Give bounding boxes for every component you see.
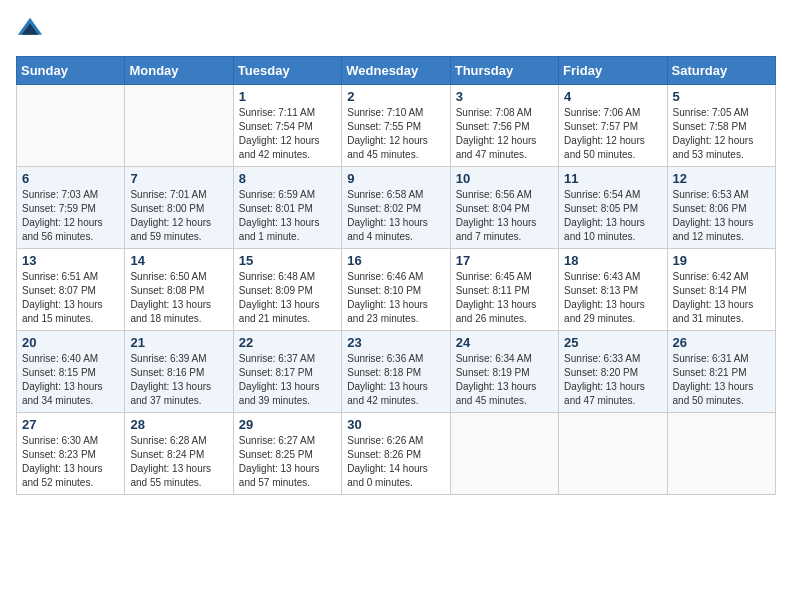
day-number: 8 <box>239 171 336 186</box>
day-number: 22 <box>239 335 336 350</box>
calendar-cell <box>125 85 233 167</box>
calendar-cell: 28 Sunrise: 6:28 AMSunset: 8:24 PMDaylig… <box>125 413 233 495</box>
calendar-cell: 16 Sunrise: 6:46 AMSunset: 8:10 PMDaylig… <box>342 249 450 331</box>
day-number: 17 <box>456 253 553 268</box>
logo-icon <box>16 16 44 44</box>
page-header <box>16 16 776 44</box>
day-info: Sunrise: 6:58 AMSunset: 8:02 PMDaylight:… <box>347 189 428 242</box>
calendar-cell: 17 Sunrise: 6:45 AMSunset: 8:11 PMDaylig… <box>450 249 558 331</box>
calendar-cell <box>17 85 125 167</box>
calendar-week-row: 27 Sunrise: 6:30 AMSunset: 8:23 PMDaylig… <box>17 413 776 495</box>
day-number: 5 <box>673 89 770 104</box>
day-info: Sunrise: 6:33 AMSunset: 8:20 PMDaylight:… <box>564 353 645 406</box>
calendar-cell: 27 Sunrise: 6:30 AMSunset: 8:23 PMDaylig… <box>17 413 125 495</box>
calendar-cell: 15 Sunrise: 6:48 AMSunset: 8:09 PMDaylig… <box>233 249 341 331</box>
weekday-header: Saturday <box>667 57 775 85</box>
calendar-cell <box>667 413 775 495</box>
day-number: 19 <box>673 253 770 268</box>
calendar-cell: 22 Sunrise: 6:37 AMSunset: 8:17 PMDaylig… <box>233 331 341 413</box>
day-number: 28 <box>130 417 227 432</box>
calendar-cell: 29 Sunrise: 6:27 AMSunset: 8:25 PMDaylig… <box>233 413 341 495</box>
day-number: 7 <box>130 171 227 186</box>
calendar-cell: 18 Sunrise: 6:43 AMSunset: 8:13 PMDaylig… <box>559 249 667 331</box>
calendar-cell: 10 Sunrise: 6:56 AMSunset: 8:04 PMDaylig… <box>450 167 558 249</box>
calendar-week-row: 20 Sunrise: 6:40 AMSunset: 8:15 PMDaylig… <box>17 331 776 413</box>
calendar-cell: 25 Sunrise: 6:33 AMSunset: 8:20 PMDaylig… <box>559 331 667 413</box>
calendar-cell: 7 Sunrise: 7:01 AMSunset: 8:00 PMDayligh… <box>125 167 233 249</box>
day-info: Sunrise: 6:59 AMSunset: 8:01 PMDaylight:… <box>239 189 320 242</box>
day-info: Sunrise: 6:28 AMSunset: 8:24 PMDaylight:… <box>130 435 211 488</box>
day-info: Sunrise: 6:56 AMSunset: 8:04 PMDaylight:… <box>456 189 537 242</box>
calendar-cell: 12 Sunrise: 6:53 AMSunset: 8:06 PMDaylig… <box>667 167 775 249</box>
day-number: 11 <box>564 171 661 186</box>
day-info: Sunrise: 6:34 AMSunset: 8:19 PMDaylight:… <box>456 353 537 406</box>
calendar-cell: 8 Sunrise: 6:59 AMSunset: 8:01 PMDayligh… <box>233 167 341 249</box>
day-info: Sunrise: 6:40 AMSunset: 8:15 PMDaylight:… <box>22 353 103 406</box>
calendar-cell: 23 Sunrise: 6:36 AMSunset: 8:18 PMDaylig… <box>342 331 450 413</box>
day-info: Sunrise: 7:11 AMSunset: 7:54 PMDaylight:… <box>239 107 320 160</box>
day-info: Sunrise: 6:36 AMSunset: 8:18 PMDaylight:… <box>347 353 428 406</box>
day-number: 9 <box>347 171 444 186</box>
calendar-cell: 30 Sunrise: 6:26 AMSunset: 8:26 PMDaylig… <box>342 413 450 495</box>
day-info: Sunrise: 6:45 AMSunset: 8:11 PMDaylight:… <box>456 271 537 324</box>
weekday-header: Wednesday <box>342 57 450 85</box>
day-info: Sunrise: 7:06 AMSunset: 7:57 PMDaylight:… <box>564 107 645 160</box>
day-info: Sunrise: 7:05 AMSunset: 7:58 PMDaylight:… <box>673 107 754 160</box>
day-number: 13 <box>22 253 119 268</box>
day-number: 3 <box>456 89 553 104</box>
calendar-cell: 6 Sunrise: 7:03 AMSunset: 7:59 PMDayligh… <box>17 167 125 249</box>
day-info: Sunrise: 6:48 AMSunset: 8:09 PMDaylight:… <box>239 271 320 324</box>
calendar-week-row: 6 Sunrise: 7:03 AMSunset: 7:59 PMDayligh… <box>17 167 776 249</box>
weekday-header: Tuesday <box>233 57 341 85</box>
day-number: 25 <box>564 335 661 350</box>
weekday-header: Friday <box>559 57 667 85</box>
calendar-header-row: SundayMondayTuesdayWednesdayThursdayFrid… <box>17 57 776 85</box>
day-number: 23 <box>347 335 444 350</box>
day-info: Sunrise: 6:50 AMSunset: 8:08 PMDaylight:… <box>130 271 211 324</box>
day-number: 27 <box>22 417 119 432</box>
calendar-cell: 26 Sunrise: 6:31 AMSunset: 8:21 PMDaylig… <box>667 331 775 413</box>
day-number: 26 <box>673 335 770 350</box>
calendar-cell: 14 Sunrise: 6:50 AMSunset: 8:08 PMDaylig… <box>125 249 233 331</box>
day-info: Sunrise: 6:46 AMSunset: 8:10 PMDaylight:… <box>347 271 428 324</box>
calendar-cell: 19 Sunrise: 6:42 AMSunset: 8:14 PMDaylig… <box>667 249 775 331</box>
day-info: Sunrise: 6:51 AMSunset: 8:07 PMDaylight:… <box>22 271 103 324</box>
day-number: 20 <box>22 335 119 350</box>
day-number: 6 <box>22 171 119 186</box>
day-number: 24 <box>456 335 553 350</box>
calendar-cell: 13 Sunrise: 6:51 AMSunset: 8:07 PMDaylig… <box>17 249 125 331</box>
day-info: Sunrise: 6:30 AMSunset: 8:23 PMDaylight:… <box>22 435 103 488</box>
calendar-cell: 1 Sunrise: 7:11 AMSunset: 7:54 PMDayligh… <box>233 85 341 167</box>
day-info: Sunrise: 6:27 AMSunset: 8:25 PMDaylight:… <box>239 435 320 488</box>
calendar-cell: 11 Sunrise: 6:54 AMSunset: 8:05 PMDaylig… <box>559 167 667 249</box>
day-info: Sunrise: 6:26 AMSunset: 8:26 PMDaylight:… <box>347 435 428 488</box>
day-number: 21 <box>130 335 227 350</box>
day-info: Sunrise: 6:39 AMSunset: 8:16 PMDaylight:… <box>130 353 211 406</box>
day-info: Sunrise: 6:42 AMSunset: 8:14 PMDaylight:… <box>673 271 754 324</box>
calendar-cell: 20 Sunrise: 6:40 AMSunset: 8:15 PMDaylig… <box>17 331 125 413</box>
day-info: Sunrise: 6:54 AMSunset: 8:05 PMDaylight:… <box>564 189 645 242</box>
day-info: Sunrise: 7:03 AMSunset: 7:59 PMDaylight:… <box>22 189 103 242</box>
day-info: Sunrise: 6:37 AMSunset: 8:17 PMDaylight:… <box>239 353 320 406</box>
weekday-header: Thursday <box>450 57 558 85</box>
day-number: 29 <box>239 417 336 432</box>
calendar-week-row: 1 Sunrise: 7:11 AMSunset: 7:54 PMDayligh… <box>17 85 776 167</box>
calendar-cell: 4 Sunrise: 7:06 AMSunset: 7:57 PMDayligh… <box>559 85 667 167</box>
day-number: 16 <box>347 253 444 268</box>
calendar-week-row: 13 Sunrise: 6:51 AMSunset: 8:07 PMDaylig… <box>17 249 776 331</box>
day-info: Sunrise: 6:43 AMSunset: 8:13 PMDaylight:… <box>564 271 645 324</box>
calendar-cell: 21 Sunrise: 6:39 AMSunset: 8:16 PMDaylig… <box>125 331 233 413</box>
calendar-cell: 24 Sunrise: 6:34 AMSunset: 8:19 PMDaylig… <box>450 331 558 413</box>
day-info: Sunrise: 7:08 AMSunset: 7:56 PMDaylight:… <box>456 107 537 160</box>
day-info: Sunrise: 6:53 AMSunset: 8:06 PMDaylight:… <box>673 189 754 242</box>
day-number: 14 <box>130 253 227 268</box>
calendar-cell: 2 Sunrise: 7:10 AMSunset: 7:55 PMDayligh… <box>342 85 450 167</box>
calendar-cell: 5 Sunrise: 7:05 AMSunset: 7:58 PMDayligh… <box>667 85 775 167</box>
day-number: 30 <box>347 417 444 432</box>
logo <box>16 16 46 44</box>
day-number: 15 <box>239 253 336 268</box>
weekday-header: Sunday <box>17 57 125 85</box>
calendar-table: SundayMondayTuesdayWednesdayThursdayFrid… <box>16 56 776 495</box>
day-number: 18 <box>564 253 661 268</box>
calendar-cell <box>450 413 558 495</box>
